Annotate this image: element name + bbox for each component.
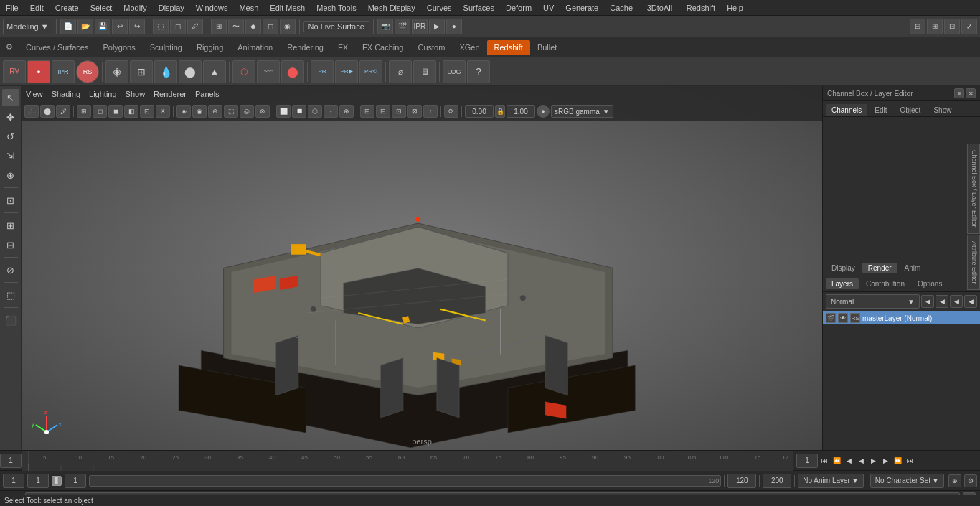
range-field2-input[interactable]: [27, 474, 49, 488]
shelf-render-btn[interactable]: 🖥: [413, 60, 436, 83]
range-field3-input[interactable]: [65, 474, 86, 488]
tl-step-back-btn[interactable]: ◀: [843, 455, 854, 467]
tab-fx[interactable]: FX: [331, 40, 355, 55]
bb-settings-btn[interactable]: ⚙: [964, 474, 977, 487]
vp-shadow-btn[interactable]: ◈: [176, 105, 191, 118]
tl-start-btn[interactable]: ⏮: [819, 455, 830, 467]
menu-edit-mesh[interactable]: Edit Mesh: [264, 2, 311, 14]
vp-val1-input[interactable]: [465, 105, 494, 118]
tab-edit[interactable]: Edit: [869, 104, 892, 116]
tab-curves-surfaces[interactable]: Curves / Surfaces: [19, 40, 95, 55]
tl-play-back-btn[interactable]: ◀: [855, 455, 867, 467]
menu-display[interactable]: Display: [153, 2, 190, 14]
snap-grid-btn[interactable]: ⊞: [211, 19, 227, 34]
panel-close-btn[interactable]: ✕: [966, 88, 976, 98]
menu-edit[interactable]: Edit: [24, 2, 50, 14]
rotate-tool-btn[interactable]: ↺: [2, 128, 19, 145]
redo-btn[interactable]: ↪: [129, 19, 145, 34]
lasso-tool-btn[interactable]: ⊞: [2, 217, 19, 234]
max-frame-input[interactable]: [763, 474, 791, 488]
vp-rec-btn[interactable]: ⬤: [40, 105, 55, 118]
no-character-set-btn[interactable]: No Character Set ▼: [870, 474, 944, 488]
tab-rendering[interactable]: Rendering: [280, 40, 331, 55]
vp-texture-btn[interactable]: ⊡: [140, 105, 154, 118]
timeline-current-frame[interactable]: [0, 454, 22, 468]
timeline-frame-num[interactable]: [796, 454, 818, 468]
tab-xgen[interactable]: XGen: [452, 40, 486, 55]
render-circle-btn[interactable]: ●: [446, 19, 462, 34]
menu-uv[interactable]: UV: [537, 2, 560, 14]
panel-menu-btn[interactable]: ≡: [954, 88, 964, 98]
timeline-track[interactable]: 5 10 15 20 25 30 35 40 45 50 55 60 65 70…: [22, 451, 793, 471]
menu-file[interactable]: File: [0, 2, 24, 14]
range-slider[interactable]: 120: [89, 475, 721, 487]
menu-generate[interactable]: Generate: [560, 2, 604, 14]
shelf-grid-btn[interactable]: ⊞: [130, 60, 153, 83]
tab-polygons[interactable]: Polygons: [95, 40, 142, 55]
no-live-surface-btn[interactable]: No Live Surface: [303, 21, 369, 32]
vp-grid2-btn[interactable]: ⊠: [407, 105, 422, 118]
layer-remove-btn[interactable]: ◀: [950, 295, 963, 308]
layout-btn[interactable]: ⊟: [910, 19, 925, 34]
menu-modify[interactable]: Modify: [118, 2, 152, 14]
viewport-renderer[interactable]: Renderer: [154, 90, 187, 98]
vp-gate-btn[interactable]: ⊟: [376, 105, 390, 118]
layer-options-btn[interactable]: ◀: [964, 295, 977, 308]
vp-isolate-btn[interactable]: ⬜: [276, 105, 291, 118]
viewport-view[interactable]: View: [26, 90, 43, 98]
viewport-lighting[interactable]: Lighting: [89, 90, 117, 98]
vp-dof-btn[interactable]: ⊕: [208, 105, 222, 118]
open-scene-btn[interactable]: 📂: [77, 19, 93, 34]
snap-point-btn[interactable]: ◆: [245, 19, 261, 34]
viewport-panels[interactable]: Panels: [195, 90, 220, 98]
vp-val2-input[interactable]: [507, 105, 535, 118]
tab-render[interactable]: Render: [862, 263, 897, 273]
layer-eye-icon[interactable]: 👁: [838, 313, 848, 323]
tl-end-btn[interactable]: ⏭: [904, 455, 915, 467]
paint-tool-btn[interactable]: ⊟: [2, 236, 19, 253]
tab-object[interactable]: Object: [895, 104, 927, 116]
shelf-bowl-btn[interactable]: ⌀: [389, 60, 412, 83]
vp-grid-btn[interactable]: ⊞: [77, 105, 91, 118]
vp-shade2-btn[interactable]: ◧: [124, 105, 138, 118]
shelf-diamond-btn[interactable]: ◈: [105, 60, 128, 83]
vp-safe-btn[interactable]: ⊡: [392, 105, 406, 118]
shelf-sphere-btn[interactable]: ⬤: [179, 60, 202, 83]
menu-help[interactable]: Help: [721, 2, 749, 14]
vp-lock-btn[interactable]: 🔒: [495, 105, 505, 118]
viewport-shading[interactable]: Shading: [52, 90, 80, 98]
move-tool-btn[interactable]: ✥: [2, 108, 19, 126]
tab-layers[interactable]: Layers: [826, 278, 859, 289]
shelf-cube-btn[interactable]: ⬡: [232, 60, 255, 83]
no-anim-layer-btn[interactable]: No Anim Layer ▼: [798, 474, 864, 488]
vp-colorspace-dropdown[interactable]: sRGB gamma ▼: [551, 105, 613, 118]
fullscreen-btn[interactable]: ⤢: [961, 19, 977, 34]
tab-display[interactable]: Display: [826, 263, 861, 273]
tab-bullet[interactable]: Bullet: [530, 40, 565, 55]
menu-create[interactable]: Create: [50, 2, 85, 14]
shelf-pr2-btn[interactable]: PR▶: [335, 60, 358, 83]
shelf-pr3-btn[interactable]: PR⟲: [359, 60, 382, 83]
tab-rigging[interactable]: Rigging: [189, 40, 230, 55]
vp-screen-btn[interactable]: ⬚: [224, 105, 238, 118]
menu-curves[interactable]: Curves: [421, 2, 458, 14]
tab-redshift[interactable]: Redshift: [487, 40, 530, 55]
shelf-rs-btn[interactable]: RS: [76, 60, 99, 83]
layout3-btn[interactable]: ⊡: [944, 19, 960, 34]
menu-mesh[interactable]: Mesh: [233, 2, 264, 14]
shelf-pr1-btn[interactable]: PR: [311, 60, 334, 83]
layer-add-btn[interactable]: ◀: [936, 295, 948, 308]
menu-redshift[interactable]: Redshift: [681, 2, 721, 14]
tab-custom[interactable]: Custom: [411, 40, 453, 55]
normal-dropdown[interactable]: Normal ▼: [826, 294, 920, 309]
range-start-input[interactable]: [3, 474, 24, 488]
select-btn[interactable]: ⬚: [153, 19, 169, 34]
soft-select-btn[interactable]: ⊡: [2, 192, 19, 209]
shelf-drop-btn[interactable]: 💧: [154, 60, 177, 83]
annotation-btn[interactable]: ⬚: [2, 286, 19, 304]
mode-settings-icon[interactable]: ⚙: [3, 41, 16, 54]
menu-cache[interactable]: Cache: [604, 2, 639, 14]
menu-3dtoall[interactable]: -3DtoAll-: [639, 2, 681, 14]
layer-btn[interactable]: ⬛: [2, 311, 19, 329]
vp-vert-btn[interactable]: ◦: [324, 105, 338, 118]
